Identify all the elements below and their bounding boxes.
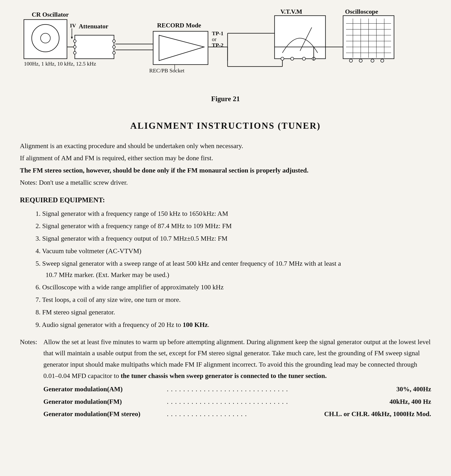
rec-pb-label: REC/PB Socket: [149, 67, 184, 73]
mod-am-label: Generator modulation(AM): [44, 384, 165, 395]
svg-point-47: [381, 59, 384, 62]
svg-rect-6: [75, 35, 114, 59]
diagram-section: CR Oscillator IV Attenuator: [16, 8, 435, 115]
svg-point-12: [113, 51, 115, 54]
equipment-list: 1. Signal generator with a frequency ran…: [32, 208, 431, 330]
svg-point-8: [73, 46, 76, 48]
equipment-item-2: 2. Signal generator with a frequency ran…: [32, 220, 431, 232]
modulation-am: Generator modulation(AM) . . . . . . . .…: [44, 384, 431, 395]
record-mode-label: RECORD Mode: [157, 22, 201, 29]
alignment-title: ALIGNMENT INSTRUCTIONS (TUNER): [20, 121, 431, 131]
notes-body: Allow the set at least five minutes to w…: [44, 336, 431, 421]
svg-point-27: [302, 57, 306, 60]
mod-fm-stereo-value: CH.L. or CH.R. 40kHz, 1000Hz Mod.: [323, 408, 431, 420]
svg-point-11: [113, 46, 115, 48]
svg-rect-15: [153, 31, 208, 65]
equipment-item-1: 1. Signal generator with a frequency ran…: [32, 208, 431, 219]
svg-marker-4: [71, 37, 73, 39]
figure-label: Figure 21: [211, 95, 240, 103]
alignment-section: ALIGNMENT INSTRUCTIONS (TUNER) Alignment…: [20, 121, 431, 421]
equipment-item-9: 9. Audio signal generator with a frequen…: [32, 319, 431, 330]
mod-fm-stereo-label: Generator modulation(FM stereo): [44, 408, 165, 420]
svg-point-45: [359, 59, 362, 62]
modulation-fm: Generator modulation(FM) . . . . . . . .…: [44, 396, 431, 407]
equipment-item-5: 5. Sweep signal generator with a sweep r…: [32, 258, 431, 281]
notes-label-text: Notes:: [20, 336, 44, 348]
svg-point-25: [281, 57, 284, 60]
mod-am-value: 30%, 400Hz: [395, 384, 431, 395]
svg-point-10: [113, 40, 115, 43]
required-equipment-title: REQUIRED EQUIPMENT:: [20, 196, 431, 204]
equipment-item-3: 3. Signal generator with a frequency out…: [32, 233, 431, 244]
circuit-diagram: CR Oscillator IV Attenuator: [20, 8, 431, 91]
intro-line-4: Notes: Don't use a metallic screw driver…: [20, 177, 431, 188]
notes-section: Notes: Allow the set at least five minut…: [20, 336, 431, 421]
notes-container: Notes: Allow the set at least five minut…: [20, 336, 431, 421]
equipment-item-8: 8. FM stereo signal generator.: [32, 307, 431, 318]
cr-oscillator-label: CR Oscillator: [32, 11, 69, 18]
equipment-item-4: 4. Vacuum tube voltmeter (AC-VTVM): [32, 245, 431, 257]
svg-text:or: or: [212, 36, 217, 42]
svg-point-9: [73, 51, 76, 54]
freq-label: 100Hz, 1 kHz, 10 kHz, 12.5 kHz: [24, 61, 96, 67]
modulation-fm-stereo: Generator modulation(FM stereo) . . . . …: [44, 408, 431, 420]
svg-rect-23: [275, 16, 326, 59]
intro-line-2: If alignment of AM and FM is required, e…: [20, 153, 431, 163]
mod-am-dots: . . . . . . . . . . . . . . . . . . . . …: [165, 384, 395, 395]
intro-line-1: Alignment is an exacting procedure and s…: [20, 141, 431, 151]
mod-fm-dots: . . . . . . . . . . . . . . . . . . . . …: [165, 396, 388, 407]
svg-point-1: [32, 24, 59, 52]
tp1-label: TP-1: [212, 30, 223, 37]
intro-text-block: Alignment is an exacting procedure and s…: [20, 141, 431, 188]
svg-point-7: [73, 40, 76, 43]
equipment-item-7: 7. Test loops, a coil of any size wire, …: [32, 294, 431, 305]
equipment-item-6: 6. Oscilloscope with a wide range amplif…: [32, 281, 431, 293]
svg-point-44: [349, 59, 352, 62]
mod-fm-label: Generator modulation(FM): [44, 396, 165, 407]
iv-label: IV: [70, 23, 76, 29]
mod-fm-value: 40kHz, 400 Hz: [388, 396, 431, 407]
notes-paragraph: Allow the set at least five minutes to w…: [44, 336, 431, 382]
intro-line-3: The FM stereo section, however, should b…: [20, 165, 431, 176]
attenuator-label: Attenuator: [79, 23, 108, 30]
mod-fm-stereo-dots: . . . . . . . . . . . . . . . . . . . .: [165, 408, 323, 420]
oscilloscope-label: Oscilloscope: [345, 8, 378, 15]
vtvm-label: V.T.V.M: [280, 8, 302, 15]
svg-point-46: [371, 59, 374, 62]
svg-point-26: [291, 57, 294, 60]
